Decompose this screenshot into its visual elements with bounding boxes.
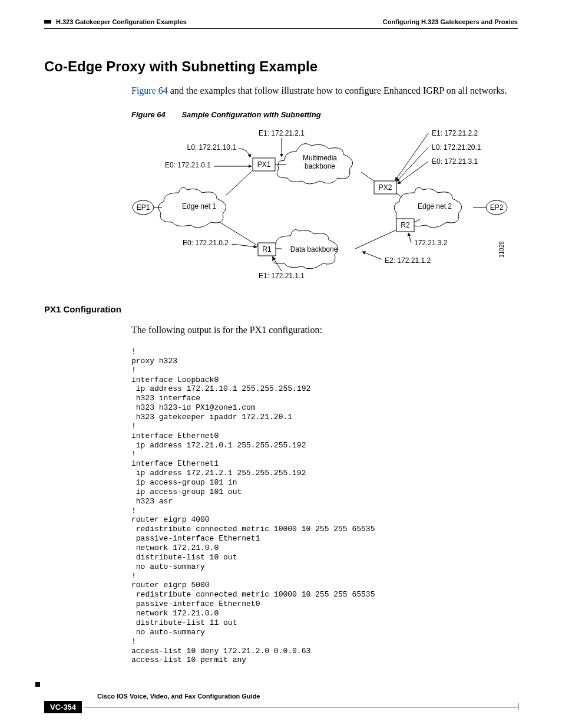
diagram-label: E0: 172.21.0.1 [165,161,211,169]
diagram-label: Edge net 2 [418,202,452,210]
diagram-label: E0: 172.21.0.2 [183,239,229,247]
diagram-node-r1: R1 [262,245,272,253]
svg-line-24 [362,252,382,259]
svg-line-3 [361,172,374,181]
diagram-label: L0: 172.21.20.1 [432,143,481,151]
figure-number: Figure 64 [131,110,166,119]
px1-config-code: ! proxy h323 ! interface Loopback0 ip ad… [131,347,518,665]
header-marker-icon [44,18,52,26]
diagram-label: E1: 172.21.1.1 [259,272,305,280]
page-footer: Cisco IOS Voice, Video, and Fax Configur… [44,693,518,713]
diagram-label: E0: 172.21.3.1 [432,157,478,166]
diagram-label: L0: 172.21.10.1 [187,143,237,151]
diagram-node-r2: R2 [401,221,410,229]
header-right: Configuring H.323 Gatekeepers and Proxie… [383,18,518,25]
figure-link[interactable]: Figure 64 [131,85,168,95]
diagram-label: E1: 172.21.2.1 [259,129,305,137]
figure-diagram: Multimedia backbone PX1 PX2 E1: 172.21.2… [131,125,518,286]
page-title: Co-Edge Proxy with Subnetting Example [44,58,518,75]
edge-mark-icon [518,703,518,710]
page-number: VC-354 [44,701,82,713]
svg-line-14 [396,193,402,197]
svg-line-21 [232,244,257,247]
diagram-label: E2: 172.21.1.2 [385,256,431,265]
footer-guide-title: Cisco IOS Voice, Video, and Fax Configur… [97,693,518,700]
subheading-px1: PX1 Configuration [44,304,518,314]
footer-rule [84,707,518,707]
diagram-label: E1: 172.21.2.2 [432,129,478,137]
svg-line-20 [355,230,396,249]
svg-line-11 [226,171,252,196]
header-rule [44,28,518,29]
diagram-node-px1: PX1 [257,160,271,169]
lead-paragraph: Figure 64 and the examples that follow i… [131,85,518,96]
header-left: H.323 Gatekeeper Configuration Examples [56,18,187,25]
lead-rest: and the examples that follow illustrate … [168,85,507,95]
diagram-label: Edge net 1 [182,202,216,210]
footer-marker-icon [35,682,40,687]
diagram-node-ep2: EP2 [490,203,504,212]
svg-line-23 [408,233,411,243]
svg-line-7 [396,147,428,182]
svg-line-8 [398,162,428,184]
diagram-node-px2: PX2 [379,183,392,192]
px1-intro: The following output is for the PX1 conf… [131,325,518,335]
diagram-label: Multimedia [303,154,337,162]
diagram-id: 11028 [498,241,505,258]
figure-title: Sample Configuration with Subnetting [181,110,320,119]
diagram-label: Data backbone [290,245,338,253]
diagram-node-ep1: EP1 [137,203,150,212]
figure-caption: Figure 64 Sample Configuration with Subn… [131,110,518,119]
diagram-label: backbone [305,162,335,170]
diagram-label: 172.21.3.2 [414,239,448,247]
